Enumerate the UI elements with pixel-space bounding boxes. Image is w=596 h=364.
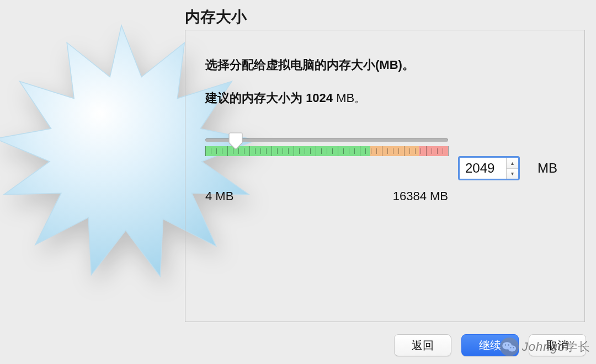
recommendation-text: 建议的内存大小为 1024 MB。 (205, 90, 565, 106)
cancel-button[interactable]: 取消 (529, 334, 586, 356)
memory-size-panel: 选择分配给虚拟电脑的内存大小(MB)。 建议的内存大小为 1024 MB。 (185, 30, 585, 322)
slider-max-label: 16384 MB (393, 189, 448, 204)
slider-min-label: 4 MB (205, 189, 233, 204)
stepper-buttons: ▴ ▾ (506, 158, 518, 179)
slider-thumb[interactable] (228, 132, 243, 149)
stepper-up-button[interactable]: ▴ (507, 158, 518, 169)
slider-zone-warn (370, 146, 419, 156)
recommend-value: 1024 (306, 91, 333, 105)
memory-slider[interactable] (205, 133, 448, 166)
dialog-button-row: 返回 继续 取消 (394, 334, 586, 356)
recommend-suffix: MB。 (333, 91, 366, 105)
dialog-title: 内存大小 (185, 7, 247, 28)
slider-thumb-icon (228, 132, 243, 149)
chevron-down-icon: ▾ (511, 170, 514, 176)
slider-zone-danger (419, 146, 448, 156)
memory-unit-label: MB (538, 160, 557, 176)
slider-range-labels: 4 MB 16384 MB (205, 189, 448, 204)
chevron-up-icon: ▴ (511, 160, 514, 166)
memory-stepper: ▴ ▾ (458, 156, 520, 180)
description-text: 选择分配给虚拟电脑的内存大小(MB)。 (205, 57, 565, 73)
back-button[interactable]: 返回 (394, 334, 451, 356)
recommend-prefix: 建议的内存大小为 (205, 91, 306, 105)
memory-input[interactable] (460, 158, 506, 179)
stepper-down-button[interactable]: ▾ (507, 169, 518, 179)
continue-button[interactable]: 继续 (461, 334, 519, 356)
